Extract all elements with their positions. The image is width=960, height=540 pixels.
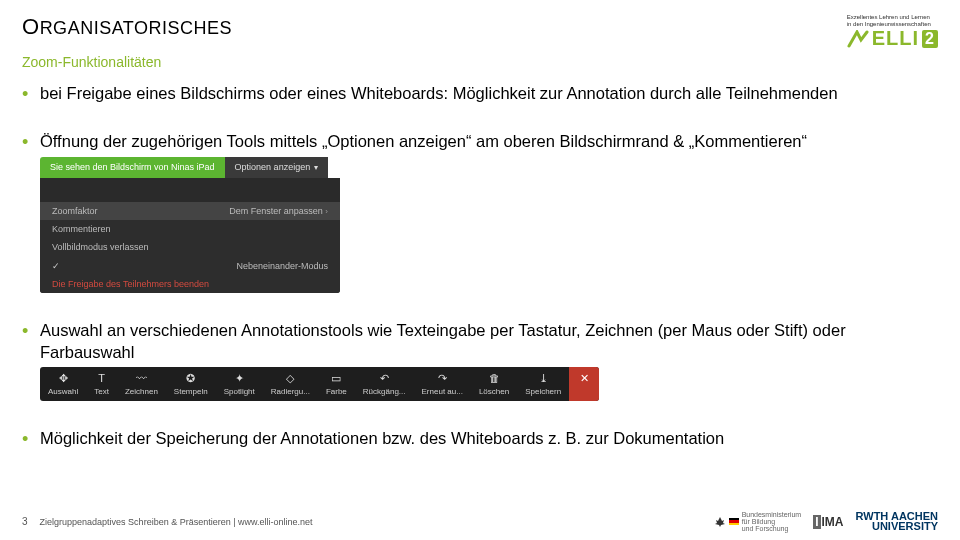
tool-save[interactable]: ⤓Speichern xyxy=(517,367,569,401)
tool-text[interactable]: TText xyxy=(86,367,117,401)
flag-icon xyxy=(729,518,739,525)
page-number: 3 xyxy=(22,516,28,527)
menu-fit-label: Dem Fenster anpassen xyxy=(229,206,323,216)
stamp-icon: ✪ xyxy=(184,371,198,385)
chevron-right-icon: › xyxy=(325,207,328,216)
zoom-menu-widget: Sie sehen den Bildschirm von Ninas iPad … xyxy=(40,157,340,293)
menu-side-label: Nebeneinander-Modus xyxy=(236,260,328,272)
close-icon: ✕ xyxy=(577,371,591,385)
tool-color[interactable]: ▭Farbe xyxy=(318,367,355,401)
tool-color-label: Farbe xyxy=(326,387,347,398)
tool-close[interactable]: ✕ xyxy=(569,367,599,401)
spotlight-icon: ✦ xyxy=(232,371,246,385)
text-icon: T xyxy=(95,371,109,385)
bullet-3: Auswahl an verschiedenen Annotationstool… xyxy=(22,319,938,401)
page-title: ORGANISATORISCHES xyxy=(22,14,232,40)
undo-icon: ↶ xyxy=(377,371,391,385)
title-cap: O xyxy=(22,14,40,39)
menu-full-label: Vollbildmodus verlassen xyxy=(52,241,149,253)
tool-draw-label: Zeichnen xyxy=(125,387,158,398)
menu-zoom-label: Zoomfaktor xyxy=(52,205,98,217)
bullet-1-text: bei Freigabe eines Bildschirms oder eine… xyxy=(40,84,838,102)
tool-select-label: Auswahl xyxy=(48,387,78,398)
footer: 3 Zielgruppenadaptives Schreiben & Präse… xyxy=(0,511,960,532)
tool-stamp-label: Stempeln xyxy=(174,387,208,398)
color-icon: ▭ xyxy=(329,371,343,385)
draw-icon: 〰 xyxy=(134,371,148,385)
redo-icon: ↷ xyxy=(435,371,449,385)
save-icon: ⤓ xyxy=(536,371,550,385)
menu-zoom[interactable]: ZoomfaktorDem Fenster anpassen › xyxy=(40,202,340,221)
tool-eraser-label: Radiergu... xyxy=(271,387,310,398)
bmbf-logo: Bundesministerium für Bildung und Forsch… xyxy=(714,511,802,532)
check-icon: ✓ xyxy=(52,260,60,272)
bullet-3-text: Auswahl an verschiedenen Annotationstool… xyxy=(40,321,846,361)
tool-select[interactable]: ✥Auswahl xyxy=(40,367,86,401)
elli-icon xyxy=(847,30,869,48)
tool-save-label: Speichern xyxy=(525,387,561,398)
tool-draw[interactable]: 〰Zeichnen xyxy=(117,367,166,401)
footer-text: Zielgruppenadaptives Schreiben & Präsent… xyxy=(40,517,313,527)
tool-undo[interactable]: ↶Rückgäng... xyxy=(355,367,414,401)
tool-spotlight-label: Spotlight xyxy=(224,387,255,398)
tool-spotlight[interactable]: ✦Spotlight xyxy=(216,367,263,401)
zoom-share-banner: Sie sehen den Bildschirm von Ninas iPad xyxy=(40,157,225,178)
menu-sidebyside[interactable]: ✓Nebeneinander-Modus xyxy=(40,257,340,275)
bullet-list: bei Freigabe eines Bildschirms oder eine… xyxy=(0,82,960,449)
tool-undo-label: Rückgäng... xyxy=(363,387,406,398)
ima-logo: IIMAIMA xyxy=(813,515,843,529)
eagle-icon xyxy=(714,516,726,528)
bullet-1: bei Freigabe eines Bildschirms oder eine… xyxy=(22,82,938,104)
bullet-4-text: Möglichkeit der Speicherung der Annotati… xyxy=(40,429,724,447)
tool-redo[interactable]: ↷Erneut au... xyxy=(414,367,471,401)
eraser-icon: ◇ xyxy=(283,371,297,385)
tool-delete-label: Löschen xyxy=(479,387,509,398)
trash-icon: 🗑 xyxy=(487,371,501,385)
elli-logo: Exzellentes Lehren und Lernen in den Ing… xyxy=(847,14,938,50)
elli-subtitle: Exzellentes Lehren und Lernen in den Ing… xyxy=(847,14,938,27)
title-rest: RGANISATORISCHES xyxy=(40,18,232,38)
tool-delete[interactable]: 🗑Löschen xyxy=(471,367,517,401)
select-icon: ✥ xyxy=(56,371,70,385)
bullet-4: Möglichkeit der Speicherung der Annotati… xyxy=(22,427,938,449)
menu-fullscreen[interactable]: Vollbildmodus verlassen xyxy=(40,238,340,256)
menu-end-share[interactable]: Die Freigabe des Teilnehmers beenden xyxy=(40,275,340,293)
tool-redo-label: Erneut au... xyxy=(422,387,463,398)
chevron-down-icon: ▾ xyxy=(314,163,318,172)
zoom-options-label: Optionen anzeigen xyxy=(235,162,311,172)
menu-comment[interactable]: Kommentieren xyxy=(40,220,340,238)
ima-box: I xyxy=(813,515,820,529)
bmbf-text: Bundesministerium für Bildung und Forsch… xyxy=(742,511,802,532)
elli-num: 2 xyxy=(922,30,938,48)
tool-stamp[interactable]: ✪Stempeln xyxy=(166,367,216,401)
subheading: Zoom-Funktionalitäten xyxy=(0,50,960,82)
menu-comment-label: Kommentieren xyxy=(52,223,111,235)
rwth-logo: RWTH AACHEN UNIVERSITY xyxy=(856,512,939,532)
bullet-2-text: Öffnung der zugehörigen Tools mittels „O… xyxy=(40,132,807,150)
bullet-2: Öffnung der zugehörigen Tools mittels „O… xyxy=(22,130,938,292)
tool-eraser[interactable]: ◇Radiergu... xyxy=(263,367,318,401)
menu-end-label: Die Freigabe des Teilnehmers beenden xyxy=(52,278,209,290)
zoom-options-button[interactable]: Optionen anzeigen▾ xyxy=(225,157,329,178)
annotation-toolbar: ✥Auswahl TText 〰Zeichnen ✪Stempeln ✦Spot… xyxy=(40,367,599,401)
elli-text: ELLI xyxy=(872,27,919,50)
tool-text-label: Text xyxy=(94,387,109,398)
